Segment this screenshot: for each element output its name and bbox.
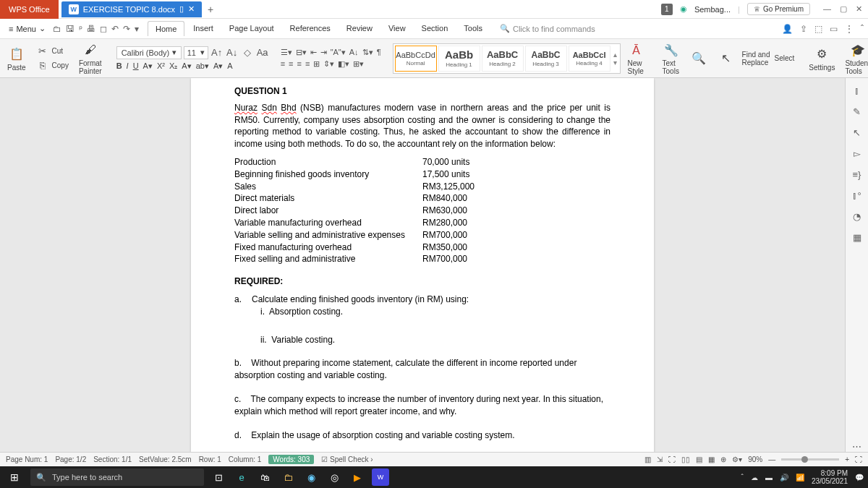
copy-button[interactable]: ⎘ Copy	[33, 59, 72, 72]
paste-group[interactable]: 📋 Paste	[4, 46, 29, 72]
notification-badge[interactable]: 1	[661, 4, 673, 15]
app2-icon[interactable]: ▶	[349, 468, 366, 486]
highlight-button[interactable]: ab▾	[196, 61, 209, 71]
view-docmap-icon[interactable]: ⇲	[657, 455, 663, 463]
collapse-ribbon-icon[interactable]: ˆ	[861, 24, 864, 34]
notifications-icon[interactable]: 💬	[855, 474, 864, 481]
find-button[interactable]: 🔍	[687, 50, 710, 67]
shrink-font-icon[interactable]: A↓	[226, 46, 239, 59]
store-icon[interactable]: 🛍	[256, 468, 273, 486]
user-icon[interactable]: 👤	[782, 24, 793, 34]
font-name-select[interactable]: Calibri (Body)▾	[116, 46, 182, 59]
numbering-button[interactable]: ⊟▾	[296, 48, 307, 57]
underline-button[interactable]: U	[133, 61, 139, 70]
style-heading4[interactable]: AaBbCcIHeading 4	[569, 46, 610, 72]
print-icon[interactable]: 🖶	[87, 24, 95, 34]
preview-icon[interactable]: ◻	[100, 24, 107, 34]
status-section[interactable]: Section: 1/1	[93, 455, 132, 463]
new-style-button[interactable]: Ᾱ New Style	[625, 41, 648, 75]
qat-more-icon[interactable]: ▾	[135, 24, 139, 34]
status-spellcheck[interactable]: ☑ Spell Check ›	[321, 455, 373, 463]
line-spacing-button[interactable]: ⇅▾	[362, 48, 373, 57]
tab-references[interactable]: References	[283, 21, 338, 36]
close-window-button[interactable]: ✕	[856, 4, 862, 14]
style-scroll-up[interactable]: ▴	[613, 51, 617, 59]
italic-button[interactable]: I	[127, 61, 129, 70]
style-heading1[interactable]: AaBbHeading 1	[438, 46, 480, 72]
justify-button[interactable]: ≡	[305, 59, 310, 69]
skin-icon[interactable]: ⬚	[814, 24, 822, 34]
rail-more-icon[interactable]: ⋯	[852, 441, 861, 452]
rail-props-icon[interactable]: ▦	[853, 232, 861, 243]
edge-icon[interactable]: e	[233, 468, 250, 486]
taskbar-clock[interactable]: 8:09 PM 23/05/2021	[812, 469, 848, 485]
tab-view[interactable]: View	[381, 21, 413, 36]
select-button-group[interactable]: ↖	[715, 50, 738, 67]
tab-page-layout[interactable]: Page Layout	[222, 21, 281, 36]
undo-icon[interactable]: ↶	[111, 24, 119, 34]
align-center-button[interactable]: ≡	[289, 59, 293, 69]
tray-chevron-icon[interactable]: ˆ	[741, 474, 744, 481]
align-left-button[interactable]: ≡	[281, 59, 285, 69]
font-color-button[interactable]: A▾	[143, 61, 153, 71]
feedback-icon[interactable]: ▭	[830, 24, 838, 34]
superscript-button[interactable]: X²	[157, 61, 165, 70]
zoom-slider[interactable]	[781, 458, 839, 461]
restore-button[interactable]: ▢	[840, 4, 847, 14]
redo-icon[interactable]: ↷	[123, 24, 130, 34]
view-fullscreen-icon[interactable]: ⛶	[668, 455, 676, 463]
rail-pen-icon[interactable]: ✎	[853, 106, 861, 117]
tray-cloud-icon[interactable]: ☁	[751, 474, 758, 481]
format-painter-button[interactable]: 🖌 Format Painter	[76, 41, 105, 75]
subscript-button[interactable]: X₂	[169, 61, 177, 71]
tab-review[interactable]: Review	[339, 21, 380, 36]
tray-volume-icon[interactable]: 🔊	[780, 474, 788, 481]
status-row[interactable]: Row: 1	[199, 455, 221, 463]
fit-page-icon[interactable]: ⛶	[855, 455, 862, 463]
style-heading2[interactable]: AaBbCHeading 2	[482, 46, 524, 72]
text-effect-button[interactable]: A▾	[182, 61, 191, 71]
status-words[interactable]: Words: 303	[268, 455, 314, 464]
rail-list-icon[interactable]: ≡}	[853, 169, 861, 180]
select-label[interactable]: Select	[774, 54, 794, 62]
wps-taskbar-icon[interactable]: W	[372, 468, 389, 486]
more-icon[interactable]: ⋮	[845, 24, 854, 34]
grow-font-icon[interactable]: A↑	[210, 46, 224, 59]
menu-button[interactable]: ≡ Menu ⌄	[4, 22, 50, 35]
tab-home[interactable]: Home	[148, 21, 184, 36]
start-button[interactable]: ⊞	[4, 467, 25, 487]
view-outline-icon[interactable]: ▥	[644, 455, 651, 463]
settings-button[interactable]: ⚙ Settings	[806, 46, 838, 72]
rail-limit-icon[interactable]: ▻	[854, 148, 861, 159]
status-column[interactable]: Column: 1	[229, 455, 262, 463]
clear-format-icon[interactable]: ◇	[241, 46, 254, 59]
find-replace-label[interactable]: Find and Replace	[742, 51, 770, 67]
view-page-icon[interactable]: ▤	[696, 455, 702, 463]
rail-toc-icon[interactable]: ⫿	[854, 85, 859, 96]
tab-insert[interactable]: Insert	[186, 21, 221, 36]
zoom-in-button[interactable]: +	[845, 455, 849, 463]
font-color2-button[interactable]: A▾	[213, 61, 223, 71]
zoom-out-button[interactable]: —	[768, 455, 775, 463]
style-gallery[interactable]: AaBbCcDdNormal AaBbHeading 1 AaBbCHeadin…	[393, 43, 621, 74]
sort-button[interactable]: A↓	[349, 48, 359, 57]
minimize-button[interactable]: —	[823, 4, 831, 14]
share-icon[interactable]: ⇪	[800, 24, 807, 34]
explorer-icon[interactable]: 🗀	[279, 468, 297, 486]
style-normal[interactable]: AaBbCcDdNormal	[395, 46, 437, 72]
tab-tools[interactable]: Tools	[456, 21, 490, 36]
rail-pageset-icon[interactable]: ⫿°	[852, 190, 861, 201]
text-tools-button[interactable]: 🔧 Text Tools	[660, 41, 683, 75]
view-reading-icon[interactable]: ▯▯	[681, 455, 690, 463]
user-label[interactable]: Sembag...	[694, 5, 731, 14]
print-preview-icon[interactable]: ᵖ	[79, 24, 82, 34]
document-scroll[interactable]: QUESTION 1 Nuraz Sdn Bhd (NSB) manufactu…	[0, 78, 845, 452]
bullets-button[interactable]: ☰▾	[281, 48, 292, 57]
tab-comment-icon[interactable]: ▯	[179, 4, 184, 14]
zoom-level[interactable]: 90%	[748, 455, 762, 463]
align-right-button[interactable]: ≡	[297, 59, 301, 69]
text-direction-button[interactable]: "A"▾	[331, 48, 346, 57]
cut-button[interactable]: ✂ Cut	[33, 45, 72, 58]
bold-button[interactable]: B	[116, 61, 122, 70]
view-web-icon[interactable]: ▦	[708, 455, 715, 463]
